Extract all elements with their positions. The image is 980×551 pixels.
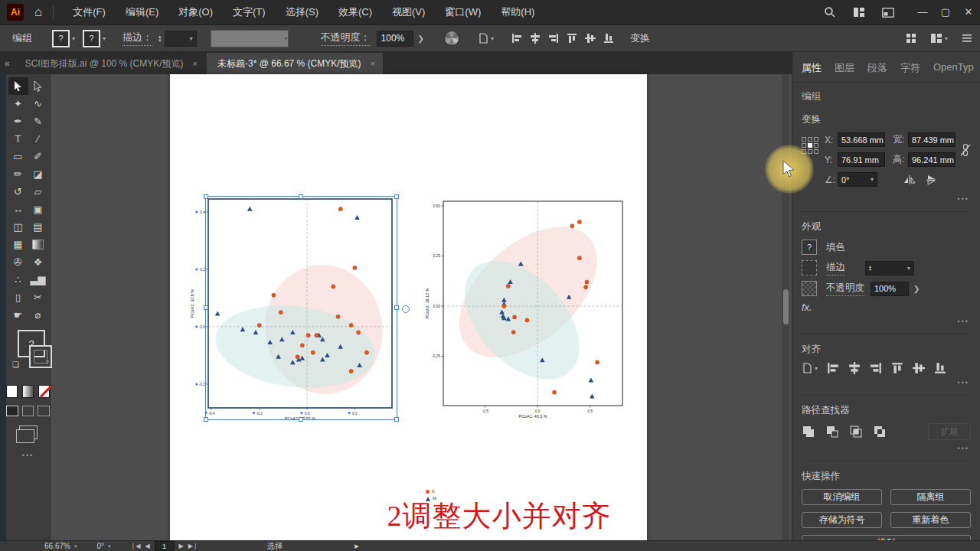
stroke-swatch[interactable] — [802, 260, 817, 276]
align-top-icon[interactable] — [891, 362, 903, 374]
chevron-down-icon[interactable]: ▾ — [74, 543, 77, 549]
close-icon[interactable]: × — [193, 59, 198, 68]
document-tab[interactable]: SCI图形排版.ai @ 100 % (CMYK/预览) × — [15, 53, 205, 74]
maximize-button[interactable]: ▢ — [934, 0, 957, 24]
last-artboard-icon[interactable]: ▶❘ — [188, 543, 198, 549]
zoom-tool-icon[interactable]: ⌀ — [28, 306, 48, 324]
stroke-color-well[interactable]: ? — [29, 345, 52, 368]
stroke-width-dropdown[interactable]: ▾ — [165, 31, 197, 47]
menu-object[interactable]: 对象(O) — [168, 0, 223, 24]
workspace-switch-icon[interactable] — [882, 8, 894, 18]
more-options-icon[interactable]: ••• — [802, 442, 971, 454]
fx-button[interactable]: fx. — [802, 302, 971, 313]
magic-wand-tool-icon[interactable]: ✦ — [8, 95, 28, 112]
pathfinder-unite-icon[interactable] — [802, 425, 815, 439]
chevron-right-icon[interactable]: ❯ — [418, 34, 424, 43]
pcoa-plot-left[interactable]: -0.4-0.20.00.20.40.20.0-0.2PCoA1: 33.52 … — [187, 191, 409, 421]
align-left-icon[interactable] — [511, 33, 522, 44]
slice-tool-icon[interactable]: ✂ — [28, 289, 48, 306]
blend-tool-icon[interactable]: ❖ — [28, 253, 48, 271]
opacity-value[interactable]: 100% — [377, 31, 413, 47]
pathfinder-intersect-icon[interactable] — [849, 425, 863, 439]
draw-normal-mode[interactable] — [6, 406, 18, 416]
width-input[interactable]: 87.439 mm — [908, 132, 956, 147]
color-fill-chip[interactable] — [6, 385, 18, 398]
menu-help[interactable]: 帮助(H) — [491, 0, 544, 24]
gradient-tool-icon[interactable] — [28, 236, 48, 253]
gradient-chip[interactable] — [22, 385, 34, 398]
artboard-number-input[interactable]: 1 — [155, 541, 175, 551]
next-artboard-icon[interactable]: ▶ — [179, 543, 184, 549]
pencil-tool-icon[interactable]: ✏ — [8, 165, 28, 183]
direct-selection-tool-icon[interactable] — [28, 77, 48, 95]
opacity-link[interactable]: 不透明度 — [826, 282, 864, 296]
edit-toolbar-icon[interactable]: ••• — [6, 452, 50, 459]
annotation-text[interactable]: 2调整大小并对齐 — [254, 497, 744, 536]
pathfinder-minus-front-icon[interactable] — [825, 425, 839, 439]
hand-tool-icon[interactable]: ☛ — [8, 306, 28, 324]
line-segment-tool-icon[interactable]: ∕ — [28, 130, 48, 148]
menu-type[interactable]: 文字(T) — [223, 0, 276, 24]
opacity-swatch[interactable] — [802, 281, 817, 296]
close-button[interactable]: ✕ — [957, 0, 980, 24]
tab-paragraph[interactable]: 段落 — [867, 61, 887, 75]
tab-layers[interactable]: 图层 — [835, 61, 854, 75]
tab-properties[interactable]: 属性 — [802, 61, 822, 75]
pathfinder-exclude-icon[interactable] — [873, 425, 887, 439]
rotate-tool-icon[interactable]: ↺ — [8, 183, 28, 201]
align-hcenter-icon[interactable] — [530, 33, 541, 44]
align-bottom-icon[interactable] — [934, 362, 946, 374]
more-options-icon[interactable]: ••• — [802, 376, 971, 388]
tab-character[interactable]: 字符 — [900, 61, 920, 75]
menu-edit[interactable]: 编辑(E) — [116, 0, 168, 24]
stroke-link[interactable]: 描边： — [122, 31, 152, 46]
recolor-button[interactable]: 重新着色 — [890, 512, 971, 528]
home-icon[interactable]: ⌂ — [34, 5, 42, 20]
pcoa-plot-right[interactable]: -0.50.00.50.500.250.00-0.25PCoA1: 43.3 %… — [423, 194, 637, 423]
stroke-link[interactable]: 描边 — [826, 261, 845, 276]
app-logo[interactable]: Ai — [7, 4, 24, 21]
chevron-down-icon[interactable]: ▾ — [108, 543, 111, 549]
draw-behind-mode[interactable] — [22, 406, 34, 416]
chevron-right-icon[interactable]: ❯ — [913, 285, 920, 293]
opacity-input[interactable]: 100% — [871, 282, 909, 296]
align-top-icon[interactable] — [567, 33, 577, 44]
none-chip[interactable] — [38, 385, 50, 398]
x-input[interactable]: 53.668 mm — [838, 132, 885, 147]
flip-vertical-icon[interactable] — [925, 174, 937, 185]
eraser-tool-icon[interactable]: ◪ — [28, 165, 48, 183]
align-to-icon[interactable]: ▾ — [802, 363, 818, 373]
flip-horizontal-icon[interactable] — [903, 174, 916, 185]
align-hcenter-icon[interactable] — [848, 362, 861, 374]
scrollbar-thumb[interactable] — [783, 289, 789, 324]
recolor-artwork-icon[interactable] — [444, 31, 459, 46]
fill-label[interactable]: 填色 — [826, 241, 845, 254]
align-to-selection-icon[interactable]: ▾ — [478, 33, 494, 44]
lasso-tool-icon[interactable]: ∿ — [28, 95, 48, 112]
artboard-tool-icon[interactable]: ▯ — [8, 289, 28, 306]
symbol-sprayer-tool-icon[interactable]: ∴ — [8, 271, 28, 289]
stroke-width-combo[interactable]: ▴▾▾ — [865, 261, 914, 276]
fill-swatch[interactable]: ? — [52, 30, 70, 47]
opacity-link[interactable]: 不透明度： — [321, 31, 371, 46]
transform-link[interactable]: 变换 — [630, 31, 650, 45]
mesh-tool-icon[interactable]: ▦ — [8, 236, 28, 253]
menu-file[interactable]: 文件(F) — [63, 0, 116, 24]
arrange-icon[interactable] — [906, 33, 916, 44]
unlink-dimensions-icon[interactable] — [960, 143, 971, 157]
height-input[interactable]: 96.241 mm — [908, 152, 956, 167]
more-options-icon[interactable]: ••• — [802, 315, 971, 327]
stroke-width-stepper[interactable]: ▴▾ — [158, 34, 162, 42]
rotation-value[interactable]: 0° — [96, 542, 104, 550]
eyedropper-tool-icon[interactable]: ✇ — [8, 253, 28, 271]
type-tool-icon[interactable]: T — [8, 130, 28, 148]
more-options-icon[interactable]: ••• — [802, 192, 971, 204]
rectangle-tool-icon[interactable]: ▭ — [8, 148, 28, 165]
prev-artboard-icon[interactable]: ◀ — [145, 543, 149, 549]
align-vcenter-icon[interactable] — [585, 33, 596, 44]
menu-window[interactable]: 窗口(W) — [435, 0, 491, 24]
chevron-down-icon[interactable]: ▾ — [72, 35, 75, 42]
save-as-symbol-button[interactable]: 存储为符号 — [802, 512, 882, 528]
curvature-tool-icon[interactable]: ✎ — [28, 112, 48, 130]
ungroup-button[interactable]: 取消编组 — [802, 489, 882, 505]
